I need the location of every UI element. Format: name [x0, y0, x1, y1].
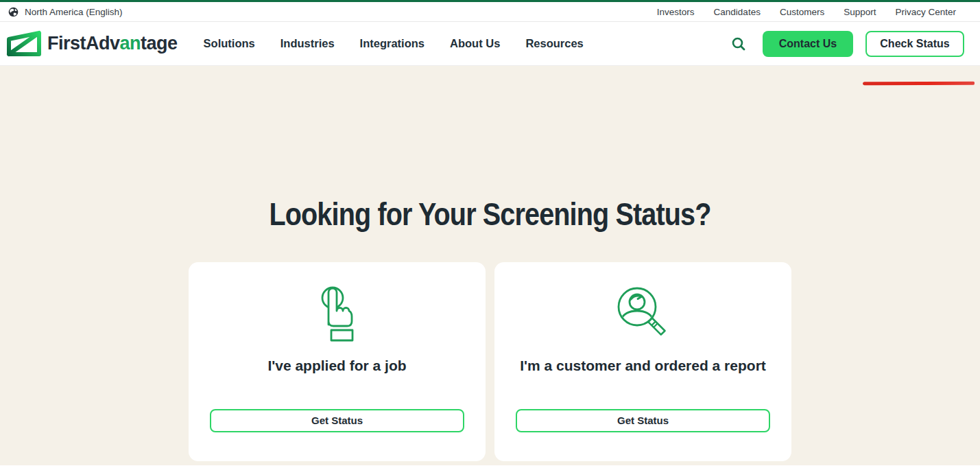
utility-link-candidates[interactable]: Candidates [714, 7, 761, 17]
utility-bar: North America (English) Investors Candid… [0, 2, 980, 22]
card-applicant-label: I've applied for a job [267, 358, 406, 374]
logo-wordmark: FirstAdvantage [47, 33, 178, 54]
firstadvantage-logo[interactable]: FirstAdvantage [5, 30, 178, 58]
nav-item-resources[interactable]: Resources [525, 37, 583, 50]
nav-item-about-us[interactable]: About Us [450, 37, 500, 50]
header-actions: Contact Us Check Status [731, 31, 964, 57]
nav-item-industries[interactable]: Industries [280, 37, 335, 50]
status-cards-row: I've applied for a job Get Status [0, 262, 980, 461]
utility-link-customers[interactable]: Customers [780, 7, 824, 17]
main-nav: Solutions Industries Integrations About … [204, 37, 584, 50]
contact-us-button[interactable]: Contact Us [763, 31, 853, 57]
utility-link-privacy-center[interactable]: Privacy Center [895, 7, 956, 17]
nav-item-integrations[interactable]: Integrations [360, 37, 425, 50]
nav-item-solutions[interactable]: Solutions [204, 37, 255, 50]
utility-links: Investors Candidates Customers Support P… [657, 7, 956, 17]
main-header: FirstAdvantage Solutions Industries Inte… [0, 22, 980, 66]
firstadvantage-logo-icon [5, 30, 43, 58]
customer-get-status-button[interactable]: Get Status [516, 409, 770, 432]
card-customer: I'm a customer and ordered a report Get … [494, 262, 791, 461]
search-icon[interactable] [731, 36, 748, 52]
region-label: North America (English) [25, 7, 123, 17]
utility-link-investors[interactable]: Investors [657, 7, 695, 17]
utility-link-support[interactable]: Support [844, 7, 876, 17]
card-applicant: I've applied for a job Get Status [189, 262, 486, 461]
applicant-get-status-button[interactable]: Get Status [210, 409, 464, 432]
check-status-button[interactable]: Check Status [865, 31, 964, 57]
card-customer-label: I'm a customer and ordered a report [520, 358, 766, 374]
region-selector[interactable]: North America (English) [8, 7, 123, 17]
magnifier-person-icon [612, 283, 674, 346]
tap-hand-icon [307, 283, 368, 346]
page-title: Looking for Your Screening Status? [69, 66, 911, 233]
globe-icon [8, 7, 19, 17]
hero-section: Looking for Your Screening Status? I've … [0, 66, 980, 465]
